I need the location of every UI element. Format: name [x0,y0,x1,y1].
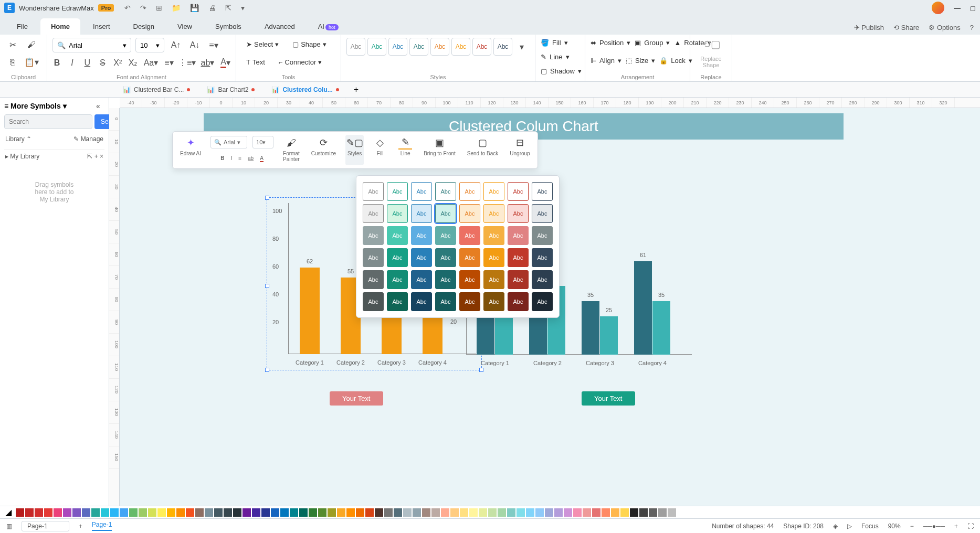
color-swatch[interactable] [564,508,572,517]
redo-icon[interactable]: ↷ [140,4,146,12]
tab-file[interactable]: File [6,18,38,35]
color-swatch[interactable] [469,508,478,517]
library-collapse[interactable]: Library ⌃ [5,135,31,143]
tab-view[interactable]: View [167,18,203,35]
color-swatch[interactable] [602,508,610,517]
save-icon[interactable]: 💾 [190,4,199,12]
manage-button[interactable]: ✎ Manage [73,135,103,143]
style-preset-cell[interactable]: Abc [459,204,480,223]
color-swatch[interactable] [205,508,213,517]
color-swatch[interactable] [290,508,298,517]
color-swatch[interactable] [592,508,600,517]
lib-export-icon[interactable]: ⇱ [87,153,92,160]
style-preset-cell[interactable]: Abc [387,292,408,311]
float-align-icon[interactable]: ≡ [238,155,241,161]
color-swatch[interactable] [450,508,459,517]
float-fontcolor-icon[interactable]: A [260,155,264,161]
color-swatch[interactable] [668,508,676,517]
color-swatch[interactable] [167,508,175,517]
doc-tab-active[interactable]: 📊 Clustered Colu... [264,83,346,96]
publish-button[interactable]: ✈ Publish [854,24,884,31]
canvas[interactable]: Clustered Colum Chart ✦Edraw AI 🔍 Arial … [120,108,980,506]
eyedropper-icon[interactable]: ◢ [5,507,12,517]
style-preset-cell[interactable]: Abc [508,270,529,289]
color-swatch[interactable] [545,508,553,517]
color-swatch[interactable] [517,508,525,517]
superscript-icon[interactable]: X² [113,56,122,70]
symbol-search-input[interactable] [4,114,92,129]
connector-button[interactable]: ⌐ Connector ▾ [274,56,327,69]
style-preset-cell[interactable]: Abc [508,226,529,245]
style-preset-cell[interactable]: Abc [532,248,553,267]
style-preset[interactable]: Abc [451,38,470,56]
style-preset-cell[interactable]: Abc [483,270,504,289]
group-dropdown[interactable]: ▣ Group ▾ [635,38,670,48]
style-preset-cell[interactable]: Abc [435,182,456,201]
style-preset[interactable]: Abc [409,38,428,56]
style-preset-cell[interactable]: Abc [508,182,529,201]
style-preset-cell[interactable]: Abc [411,182,432,201]
color-swatch[interactable] [139,508,147,517]
float-bold-icon[interactable]: B [220,155,224,161]
color-swatch[interactable] [261,508,270,517]
color-swatch[interactable] [535,508,544,517]
color-swatch[interactable] [224,508,232,517]
case-icon[interactable]: Aa▾ [144,56,159,70]
float-styles-button[interactable]: ✎▢Styles [345,135,364,165]
color-swatch[interactable] [299,508,308,517]
bring-front-button[interactable]: ▣Bring to Front [421,135,458,165]
color-swatch[interactable] [110,508,119,517]
color-swatch[interactable] [356,508,364,517]
color-swatch[interactable] [25,508,34,517]
select-button[interactable]: ➤ Select ▾ [241,38,283,51]
tab-advanced[interactable]: Advanced [254,18,305,35]
shape-button[interactable]: ▢ Shape ▾ [288,38,331,51]
style-preset-cell[interactable]: Abc [411,248,432,267]
style-preset-cell[interactable]: Abc [459,292,480,311]
page-tab[interactable]: Page-1 [92,521,112,531]
style-preset-cell[interactable]: Abc [483,182,504,201]
zoom-out-icon[interactable]: − [910,523,914,530]
maximize-icon[interactable]: ◻ [970,4,976,12]
color-swatch[interactable] [441,508,449,517]
style-preset-cell[interactable]: Abc [435,270,456,289]
color-swatch[interactable] [129,508,138,517]
undo-icon[interactable]: ↶ [124,4,131,12]
customize-button[interactable]: ⟳Customize [309,135,338,165]
style-preset-cell[interactable]: Abc [483,248,504,267]
color-swatch[interactable] [120,508,128,517]
collapse-sidebar-icon[interactable]: « [96,102,104,110]
color-swatch[interactable] [526,508,534,517]
format-brush-icon[interactable]: 🖌 [24,38,39,51]
color-swatch[interactable] [394,508,402,517]
color-swatch[interactable] [611,508,619,517]
color-swatch[interactable] [252,508,260,517]
color-swatch[interactable] [101,508,109,517]
strike-icon[interactable]: S [98,56,107,70]
style-preset-cell[interactable]: Abc [508,204,529,223]
float-highlight-icon[interactable]: ab [248,155,254,161]
open-icon[interactable]: 📁 [172,4,181,12]
tab-home[interactable]: Home [40,18,80,35]
tab-ai[interactable]: AIhot [308,18,349,35]
lib-close-icon[interactable]: × [100,153,103,160]
float-fill-button[interactable]: ◇Fill [371,135,389,165]
style-preset[interactable]: Abc [430,38,449,56]
styles-expand-icon[interactable]: ▾ [514,40,529,54]
style-preset-cell[interactable]: Abc [435,292,456,311]
color-swatch[interactable] [639,508,648,517]
style-preset-cell[interactable]: Abc [435,204,456,223]
color-swatch[interactable] [72,508,81,517]
align-dropdown[interactable]: ⊫ Align ▾ [591,56,621,66]
style-preset-cell[interactable]: Abc [435,248,456,267]
color-swatch[interactable] [148,508,156,517]
style-preset-cell[interactable]: Abc [532,292,553,311]
ungroup-button[interactable]: ⊟Ungroup [508,135,532,165]
style-preset-cell[interactable]: Abc [411,292,432,311]
style-preset-cell[interactable]: Abc [387,226,408,245]
your-text-button-1[interactable]: Your Text [330,391,383,406]
color-swatch[interactable] [309,508,317,517]
color-swatch[interactable] [44,508,52,517]
color-swatch[interactable] [318,508,326,517]
size-dropdown[interactable]: ⬚ Size ▾ [626,56,655,66]
